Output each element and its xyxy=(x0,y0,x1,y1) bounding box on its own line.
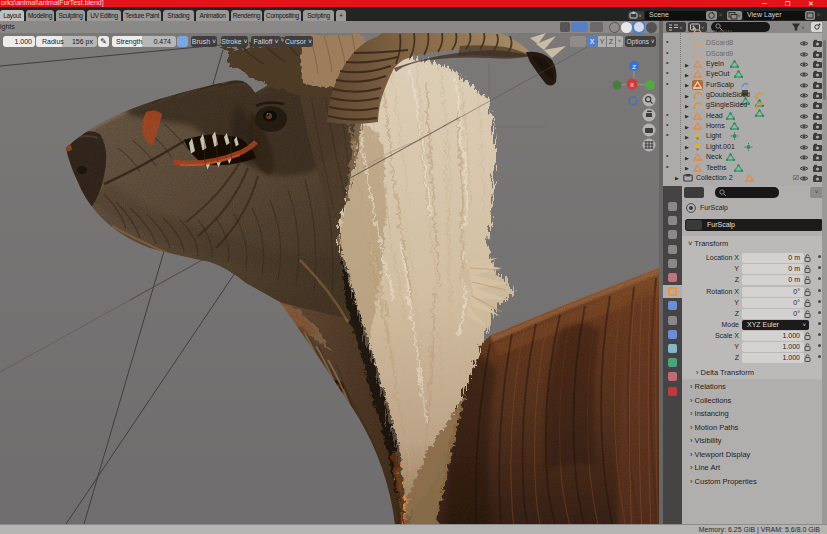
svg-text:˅: ˅ xyxy=(738,13,741,19)
svg-text:˅: ˅ xyxy=(639,13,642,19)
svg-text:X: X xyxy=(630,82,634,88)
svg-text:Z: Z xyxy=(632,64,636,70)
